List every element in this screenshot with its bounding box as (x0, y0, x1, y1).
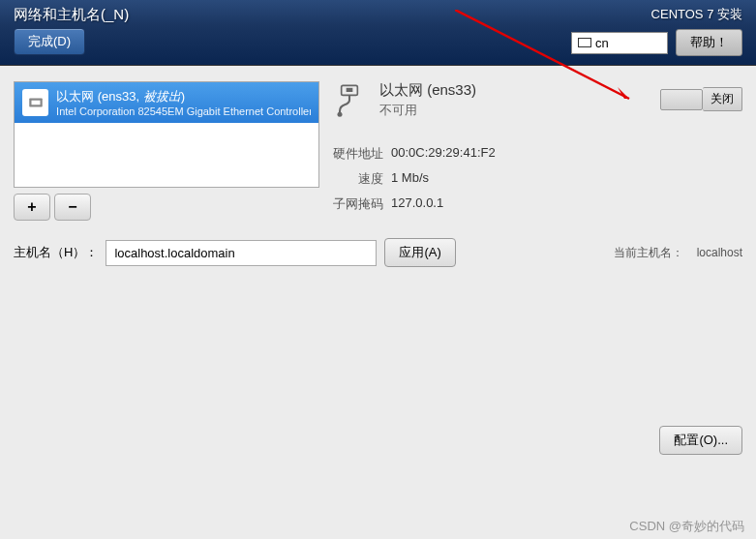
interface-item[interactable]: 以太网 (ens33, 被拔出) Intel Corporation 82545… (15, 82, 318, 123)
current-hostname-label: 当前主机名： (614, 246, 683, 259)
ethernet-card-icon (22, 89, 48, 116)
detail-status: 不可用 (379, 102, 476, 119)
remove-interface-button[interactable]: − (54, 194, 91, 221)
hostname-label: 主机名（H）： (14, 244, 98, 261)
installer-title: CENTOS 7 安装 (651, 6, 742, 23)
done-button[interactable]: 完成(D) (14, 28, 85, 55)
detail-properties: 硬件地址00:0C:29:29:41:F2 速度1 Mb/s 子网掩码127.0… (329, 145, 742, 213)
help-button[interactable]: 帮助！ (676, 29, 742, 56)
page-title: 网络和主机名(_N) (14, 6, 129, 24)
svg-rect-1 (31, 101, 40, 105)
watermark: CSDN @奇妙的代码 (629, 518, 744, 535)
keyboard-layout-text: cn (595, 36, 609, 50)
keyboard-layout-selector[interactable]: cn (571, 32, 668, 54)
interface-name: 以太网 (ens33, 被拔出) (56, 88, 311, 105)
apply-hostname-button[interactable]: 应用(A) (384, 238, 455, 267)
add-interface-button[interactable]: + (14, 194, 50, 221)
connection-toggle[interactable] (660, 89, 703, 110)
speed-value: 1 Mb/s (391, 170, 429, 188)
interface-description: Intel Corporation 82545EM Gigabit Ethern… (56, 105, 311, 117)
hw-address-label: 硬件地址 (329, 145, 383, 163)
svg-rect-3 (347, 88, 353, 92)
svg-point-4 (338, 112, 343, 117)
speed-label: 速度 (329, 170, 383, 188)
current-hostname-value: localhost (697, 246, 742, 259)
configure-button[interactable]: 配置(O)... (659, 426, 742, 455)
wired-connection-icon (329, 81, 370, 122)
detail-title: 以太网 (ens33) (379, 81, 476, 100)
interface-list[interactable]: 以太网 (ens33, 被拔出) Intel Corporation 82545… (14, 81, 319, 188)
top-bar: 网络和主机名(_N) 完成(D) CENTOS 7 安装 cn 帮助！ (0, 0, 756, 66)
subnet-label: 子网掩码 (329, 195, 383, 213)
toggle-label: 关闭 (703, 87, 742, 111)
hostname-input[interactable] (106, 240, 377, 266)
hw-address-value: 00:0C:29:29:41:F2 (391, 145, 496, 163)
subnet-value: 127.0.0.1 (391, 195, 443, 213)
keyboard-icon (578, 38, 591, 47)
